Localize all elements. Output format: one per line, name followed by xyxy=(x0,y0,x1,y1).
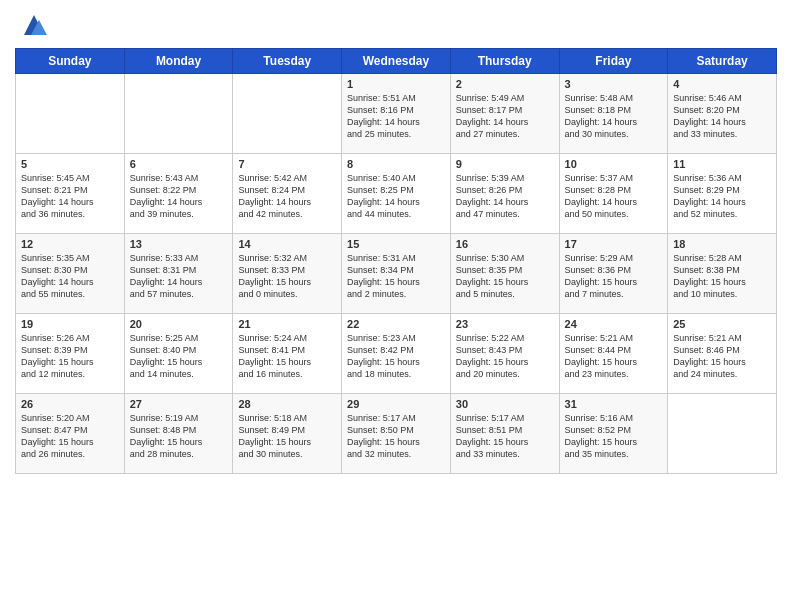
cell-content: Sunrise: 5:32 AM Sunset: 8:33 PM Dayligh… xyxy=(238,252,336,301)
cell-content: Sunrise: 5:43 AM Sunset: 8:22 PM Dayligh… xyxy=(130,172,228,221)
calendar-cell: 26Sunrise: 5:20 AM Sunset: 8:47 PM Dayli… xyxy=(16,394,125,474)
day-number: 8 xyxy=(347,158,445,170)
calendar-cell: 28Sunrise: 5:18 AM Sunset: 8:49 PM Dayli… xyxy=(233,394,342,474)
cell-content: Sunrise: 5:24 AM Sunset: 8:41 PM Dayligh… xyxy=(238,332,336,381)
day-number: 14 xyxy=(238,238,336,250)
cell-content: Sunrise: 5:46 AM Sunset: 8:20 PM Dayligh… xyxy=(673,92,771,141)
calendar-cell: 25Sunrise: 5:21 AM Sunset: 8:46 PM Dayli… xyxy=(668,314,777,394)
cell-content: Sunrise: 5:21 AM Sunset: 8:46 PM Dayligh… xyxy=(673,332,771,381)
day-number: 17 xyxy=(565,238,663,250)
calendar-cell: 4Sunrise: 5:46 AM Sunset: 8:20 PM Daylig… xyxy=(668,74,777,154)
calendar-cell: 23Sunrise: 5:22 AM Sunset: 8:43 PM Dayli… xyxy=(450,314,559,394)
calendar-cell: 7Sunrise: 5:42 AM Sunset: 8:24 PM Daylig… xyxy=(233,154,342,234)
cell-content: Sunrise: 5:17 AM Sunset: 8:51 PM Dayligh… xyxy=(456,412,554,461)
header-day: Friday xyxy=(559,49,668,74)
cell-content: Sunrise: 5:23 AM Sunset: 8:42 PM Dayligh… xyxy=(347,332,445,381)
day-number: 16 xyxy=(456,238,554,250)
cell-content: Sunrise: 5:35 AM Sunset: 8:30 PM Dayligh… xyxy=(21,252,119,301)
page: SundayMondayTuesdayWednesdayThursdayFrid… xyxy=(0,0,792,612)
day-number: 3 xyxy=(565,78,663,90)
calendar-cell: 19Sunrise: 5:26 AM Sunset: 8:39 PM Dayli… xyxy=(16,314,125,394)
calendar-cell: 10Sunrise: 5:37 AM Sunset: 8:28 PM Dayli… xyxy=(559,154,668,234)
cell-content: Sunrise: 5:51 AM Sunset: 8:16 PM Dayligh… xyxy=(347,92,445,141)
header-row: SundayMondayTuesdayWednesdayThursdayFrid… xyxy=(16,49,777,74)
header-day: Monday xyxy=(124,49,233,74)
cell-content: Sunrise: 5:26 AM Sunset: 8:39 PM Dayligh… xyxy=(21,332,119,381)
cell-content: Sunrise: 5:42 AM Sunset: 8:24 PM Dayligh… xyxy=(238,172,336,221)
cell-content: Sunrise: 5:16 AM Sunset: 8:52 PM Dayligh… xyxy=(565,412,663,461)
cell-content: Sunrise: 5:36 AM Sunset: 8:29 PM Dayligh… xyxy=(673,172,771,221)
cell-content: Sunrise: 5:33 AM Sunset: 8:31 PM Dayligh… xyxy=(130,252,228,301)
day-number: 25 xyxy=(673,318,771,330)
cell-content: Sunrise: 5:31 AM Sunset: 8:34 PM Dayligh… xyxy=(347,252,445,301)
calendar-cell: 13Sunrise: 5:33 AM Sunset: 8:31 PM Dayli… xyxy=(124,234,233,314)
day-number: 31 xyxy=(565,398,663,410)
day-number: 18 xyxy=(673,238,771,250)
calendar-row: 5Sunrise: 5:45 AM Sunset: 8:21 PM Daylig… xyxy=(16,154,777,234)
calendar-cell: 6Sunrise: 5:43 AM Sunset: 8:22 PM Daylig… xyxy=(124,154,233,234)
calendar-cell: 1Sunrise: 5:51 AM Sunset: 8:16 PM Daylig… xyxy=(342,74,451,154)
calendar-cell xyxy=(124,74,233,154)
cell-content: Sunrise: 5:29 AM Sunset: 8:36 PM Dayligh… xyxy=(565,252,663,301)
day-number: 15 xyxy=(347,238,445,250)
cell-content: Sunrise: 5:20 AM Sunset: 8:47 PM Dayligh… xyxy=(21,412,119,461)
cell-content: Sunrise: 5:21 AM Sunset: 8:44 PM Dayligh… xyxy=(565,332,663,381)
calendar-cell: 9Sunrise: 5:39 AM Sunset: 8:26 PM Daylig… xyxy=(450,154,559,234)
day-number: 7 xyxy=(238,158,336,170)
header xyxy=(15,10,777,40)
calendar-cell: 27Sunrise: 5:19 AM Sunset: 8:48 PM Dayli… xyxy=(124,394,233,474)
calendar-row: 1Sunrise: 5:51 AM Sunset: 8:16 PM Daylig… xyxy=(16,74,777,154)
cell-content: Sunrise: 5:40 AM Sunset: 8:25 PM Dayligh… xyxy=(347,172,445,221)
cell-content: Sunrise: 5:49 AM Sunset: 8:17 PM Dayligh… xyxy=(456,92,554,141)
calendar-cell: 8Sunrise: 5:40 AM Sunset: 8:25 PM Daylig… xyxy=(342,154,451,234)
header-day: Thursday xyxy=(450,49,559,74)
day-number: 6 xyxy=(130,158,228,170)
calendar-cell xyxy=(16,74,125,154)
calendar-row: 26Sunrise: 5:20 AM Sunset: 8:47 PM Dayli… xyxy=(16,394,777,474)
cell-content: Sunrise: 5:37 AM Sunset: 8:28 PM Dayligh… xyxy=(565,172,663,221)
calendar-cell: 12Sunrise: 5:35 AM Sunset: 8:30 PM Dayli… xyxy=(16,234,125,314)
calendar-cell xyxy=(668,394,777,474)
day-number: 1 xyxy=(347,78,445,90)
cell-content: Sunrise: 5:22 AM Sunset: 8:43 PM Dayligh… xyxy=(456,332,554,381)
day-number: 26 xyxy=(21,398,119,410)
header-day: Sunday xyxy=(16,49,125,74)
cell-content: Sunrise: 5:48 AM Sunset: 8:18 PM Dayligh… xyxy=(565,92,663,141)
header-day: Saturday xyxy=(668,49,777,74)
day-number: 20 xyxy=(130,318,228,330)
calendar-cell: 17Sunrise: 5:29 AM Sunset: 8:36 PM Dayli… xyxy=(559,234,668,314)
day-number: 9 xyxy=(456,158,554,170)
logo xyxy=(15,10,49,40)
calendar-cell: 30Sunrise: 5:17 AM Sunset: 8:51 PM Dayli… xyxy=(450,394,559,474)
calendar-row: 12Sunrise: 5:35 AM Sunset: 8:30 PM Dayli… xyxy=(16,234,777,314)
calendar-cell: 18Sunrise: 5:28 AM Sunset: 8:38 PM Dayli… xyxy=(668,234,777,314)
day-number: 12 xyxy=(21,238,119,250)
calendar-cell: 14Sunrise: 5:32 AM Sunset: 8:33 PM Dayli… xyxy=(233,234,342,314)
cell-content: Sunrise: 5:17 AM Sunset: 8:50 PM Dayligh… xyxy=(347,412,445,461)
calendar-cell: 11Sunrise: 5:36 AM Sunset: 8:29 PM Dayli… xyxy=(668,154,777,234)
cell-content: Sunrise: 5:45 AM Sunset: 8:21 PM Dayligh… xyxy=(21,172,119,221)
cell-content: Sunrise: 5:28 AM Sunset: 8:38 PM Dayligh… xyxy=(673,252,771,301)
day-number: 23 xyxy=(456,318,554,330)
calendar-cell xyxy=(233,74,342,154)
calendar-cell: 20Sunrise: 5:25 AM Sunset: 8:40 PM Dayli… xyxy=(124,314,233,394)
day-number: 27 xyxy=(130,398,228,410)
day-number: 11 xyxy=(673,158,771,170)
day-number: 22 xyxy=(347,318,445,330)
calendar-cell: 5Sunrise: 5:45 AM Sunset: 8:21 PM Daylig… xyxy=(16,154,125,234)
calendar-cell: 21Sunrise: 5:24 AM Sunset: 8:41 PM Dayli… xyxy=(233,314,342,394)
calendar-cell: 3Sunrise: 5:48 AM Sunset: 8:18 PM Daylig… xyxy=(559,74,668,154)
cell-content: Sunrise: 5:30 AM Sunset: 8:35 PM Dayligh… xyxy=(456,252,554,301)
cell-content: Sunrise: 5:19 AM Sunset: 8:48 PM Dayligh… xyxy=(130,412,228,461)
day-number: 28 xyxy=(238,398,336,410)
calendar-cell: 2Sunrise: 5:49 AM Sunset: 8:17 PM Daylig… xyxy=(450,74,559,154)
calendar-cell: 29Sunrise: 5:17 AM Sunset: 8:50 PM Dayli… xyxy=(342,394,451,474)
day-number: 24 xyxy=(565,318,663,330)
calendar-cell: 24Sunrise: 5:21 AM Sunset: 8:44 PM Dayli… xyxy=(559,314,668,394)
day-number: 29 xyxy=(347,398,445,410)
logo-icon xyxy=(19,10,49,40)
day-number: 5 xyxy=(21,158,119,170)
day-number: 19 xyxy=(21,318,119,330)
cell-content: Sunrise: 5:39 AM Sunset: 8:26 PM Dayligh… xyxy=(456,172,554,221)
calendar-cell: 22Sunrise: 5:23 AM Sunset: 8:42 PM Dayli… xyxy=(342,314,451,394)
